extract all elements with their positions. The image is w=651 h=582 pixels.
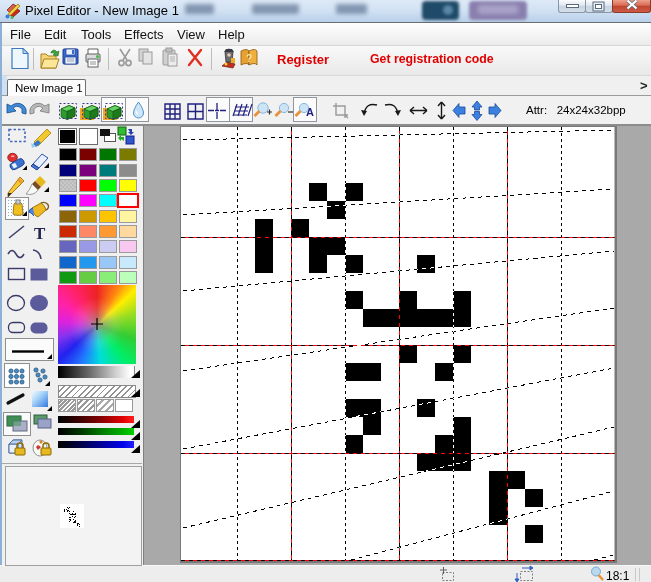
svg-text:?: ? — [246, 53, 252, 64]
svg-text:T: T — [34, 224, 46, 243]
svg-text:A: A — [306, 106, 314, 118]
